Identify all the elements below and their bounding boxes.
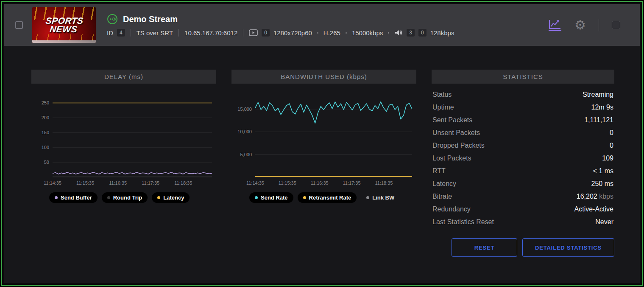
stat-row: Dropped Packets0 xyxy=(432,139,614,152)
statistics-panel: STATISTICS StatusStreamingUptime12m 9sSe… xyxy=(432,70,614,283)
header-actions: ⚙ xyxy=(547,18,620,32)
bandwidth-panel-title: BANDWIDTH USED (kbps) xyxy=(231,70,416,84)
stat-value-suffix: kbps xyxy=(597,193,613,200)
settings-gear-icon[interactable]: ⚙ xyxy=(574,19,586,31)
stat-row: RedundancyActive-Active xyxy=(432,203,614,215)
header-divider xyxy=(599,19,599,31)
stat-value: 0 xyxy=(610,128,613,137)
stream-header: SPORTS NEWS Demo Stream xyxy=(4,4,640,46)
stream-thumbnail[interactable]: SPORTS NEWS xyxy=(32,7,96,43)
stat-row: RTT< 1 ms xyxy=(432,164,614,177)
svg-text:11:14:35: 11:14:35 xyxy=(246,180,264,186)
svg-text:250: 250 xyxy=(42,100,49,105)
stat-label: Redundancy xyxy=(432,205,471,214)
stat-value: 1,111,121 xyxy=(584,115,613,124)
bandwidth-panel: BANDWIDTH USED (kbps) 5,00010,00015,0001… xyxy=(231,70,416,283)
legend-label: Send Rate xyxy=(261,194,288,201)
speaker-icon xyxy=(394,29,403,37)
legend-item-send-rate[interactable]: Send Rate xyxy=(249,192,293,203)
codec-label: H.265 xyxy=(323,29,340,37)
stat-row: Last Statistics ResetNever xyxy=(432,215,614,228)
stat-value: Active-Active xyxy=(574,205,613,214)
video-bitrate: 15000kbps xyxy=(352,29,383,37)
svg-text:11:18:35: 11:18:35 xyxy=(375,180,393,186)
protocol-label: TS over SRT xyxy=(137,29,173,37)
separator xyxy=(243,29,243,37)
id-label: ID xyxy=(107,29,113,37)
main-content: DELAY (ms) 5010015020025011:14:3511:15:3… xyxy=(4,46,640,283)
svg-text:11:18:35: 11:18:35 xyxy=(174,180,192,186)
stream-info: Demo Stream ID 4 TS over SRT 10.65.167.7… xyxy=(107,14,547,37)
stat-value: 109 xyxy=(602,154,613,163)
legend-dot xyxy=(366,196,369,199)
stat-label: Unsent Packets xyxy=(432,128,480,137)
svg-text:10,000: 10,000 xyxy=(237,129,252,134)
stat-value: 250 ms xyxy=(591,179,613,188)
legend-item-latency[interactable]: Latency xyxy=(152,192,190,203)
svg-text:11:14:35: 11:14:35 xyxy=(44,180,61,186)
svg-text:11:16:35: 11:16:35 xyxy=(311,180,329,186)
svg-text:150: 150 xyxy=(42,130,49,135)
svg-text:11:15:35: 11:15:35 xyxy=(76,180,94,186)
legend-dot xyxy=(55,196,58,199)
legend-dot xyxy=(157,196,160,199)
legend-dot xyxy=(255,196,258,199)
svg-text:11:17:35: 11:17:35 xyxy=(142,180,159,186)
reset-button[interactable]: RESET xyxy=(452,238,517,257)
app: SPORTS NEWS Demo Stream xyxy=(4,4,640,283)
stream-address: 10.65.167.70:6012 xyxy=(184,29,237,37)
svg-text:5,000: 5,000 xyxy=(240,152,252,157)
svg-text:11:17:35: 11:17:35 xyxy=(343,180,361,186)
stat-label: Status xyxy=(432,90,452,99)
dot-separator xyxy=(388,32,389,34)
legend-label: Send Buffer xyxy=(61,194,92,201)
stat-label: Dropped Packets xyxy=(432,141,485,150)
audio-count-badge: 3 xyxy=(407,29,415,37)
thumbnail-text: SPORTS NEWS xyxy=(32,7,96,43)
delay-chart-legend: Send BufferRound TripLatency xyxy=(31,192,216,203)
stream-status-icon xyxy=(107,14,118,25)
dot-separator xyxy=(346,32,347,34)
bandwidth-chart-legend: Send RateRetransmit RateLink BW xyxy=(231,192,416,203)
statistics-chart-icon[interactable] xyxy=(547,18,562,32)
svg-text:50: 50 xyxy=(44,160,49,165)
legend-item-send-buffer[interactable]: Send Buffer xyxy=(49,192,98,203)
legend-dot xyxy=(303,196,306,199)
audio-bitrate: 128kbps xyxy=(430,29,454,37)
legend-label: Round Trip xyxy=(113,194,142,201)
stream-title-row: Demo Stream xyxy=(107,14,547,25)
svg-text:200: 200 xyxy=(42,115,49,120)
thumbnail-line2: NEWS xyxy=(49,25,78,34)
legend-label: Retransmit Rate xyxy=(309,194,351,201)
svg-text:100: 100 xyxy=(42,145,49,150)
stat-value: Streaming xyxy=(583,90,613,99)
stat-value: 12m 9s xyxy=(591,103,613,112)
stat-label: Latency xyxy=(432,179,456,188)
stat-label: Bitrate xyxy=(432,192,452,201)
delay-chart: 5010015020025011:14:3511:15:3511:16:3511… xyxy=(31,90,216,188)
svg-text:11:15:35: 11:15:35 xyxy=(279,180,296,186)
legend-dot xyxy=(107,196,110,199)
stat-value: 16,202 kbps xyxy=(577,192,613,201)
stat-row: StatusStreaming xyxy=(432,88,614,101)
stream-title: Demo Stream xyxy=(123,14,178,24)
dot-separator xyxy=(317,32,318,34)
stat-row: Lost Packets109 xyxy=(432,152,614,164)
svg-text:11:16:35: 11:16:35 xyxy=(109,180,127,186)
resolution-label: 1280x720p60 xyxy=(273,29,312,37)
legend-item-round-trip[interactable]: Round Trip xyxy=(102,192,148,203)
stat-label: Lost Packets xyxy=(432,154,471,163)
stat-value: 0 xyxy=(610,141,613,150)
header-secondary-checkbox[interactable] xyxy=(612,21,620,29)
app-frame: SPORTS NEWS Demo Stream xyxy=(1,1,643,286)
video-count-badge: 0 xyxy=(262,29,270,37)
stream-select-checkbox[interactable] xyxy=(15,21,23,29)
legend-item-link-bw[interactable]: Link BW xyxy=(361,192,400,203)
legend-item-retransmit-rate[interactable]: Retransmit Rate xyxy=(298,192,357,203)
separator xyxy=(178,29,179,37)
detailed-statistics-button[interactable]: DETAILED STATISTICS xyxy=(522,238,614,257)
statistics-panel-title: STATISTICS xyxy=(432,70,614,84)
stat-row: Latency250 ms xyxy=(432,177,614,190)
stat-label: Uptime xyxy=(432,103,454,112)
delay-panel-title: DELAY (ms) xyxy=(31,70,216,84)
